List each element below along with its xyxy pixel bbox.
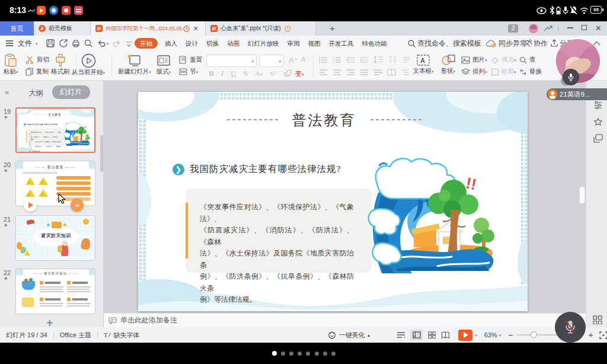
reset-button[interactable]: 重置	[179, 56, 202, 64]
redo-icon[interactable]	[113, 39, 121, 47]
missing-font[interactable]: 缺失字体	[113, 331, 139, 340]
new-slide-button[interactable]: 新建幻灯片▾	[116, 53, 153, 76]
sidebar-scrollbar[interactable]	[100, 135, 103, 172]
bullets-icon[interactable]	[319, 56, 328, 63]
zoom-in-button[interactable]: +	[589, 330, 593, 340]
align-right-icon[interactable]	[346, 69, 355, 76]
case-change-button[interactable]: 变▾	[295, 69, 304, 78]
decrease-font-button[interactable]: A⁻	[301, 56, 309, 63]
tab-insert[interactable]: 插入	[165, 36, 177, 51]
outline-button[interactable]: 轮廓▾	[491, 68, 516, 76]
copy-button[interactable]: 复制	[25, 68, 49, 76]
picture-button[interactable]: 图片▾	[461, 56, 487, 64]
zoom-slider-knob[interactable]	[531, 331, 537, 338]
undo-chevron[interactable]: ▾	[107, 41, 109, 46]
strikethrough-button[interactable]: S	[243, 69, 247, 78]
tab-animation[interactable]: 动画	[227, 36, 239, 51]
history-clock-icon[interactable]	[183, 25, 190, 32]
mic-muted-button[interactable]	[555, 312, 586, 343]
tab-design[interactable]: 设计	[186, 36, 198, 51]
section-button[interactable]: 节▾	[179, 68, 198, 76]
play-slide-button[interactable]	[24, 199, 37, 212]
decrease-indent-icon[interactable]	[346, 56, 355, 63]
replace-button[interactable]: 替换	[519, 68, 542, 76]
increase-font-button[interactable]: A⁺	[289, 56, 298, 65]
slide-question[interactable]: ❯ 我国防灾减灾主要有哪些法律法规?	[24, 123, 58, 126]
slide-22-thumbnail[interactable]: — — 避灾防灾知识 — —	[15, 269, 95, 314]
reading-view-icon[interactable]	[441, 331, 449, 339]
outline-tab[interactable]: 大纲	[28, 88, 43, 98]
output-icon[interactable]	[59, 39, 68, 47]
grid-view-icon[interactable]	[593, 315, 602, 324]
indent-marks-icon[interactable]	[401, 69, 410, 76]
italic-button[interactable]: I	[221, 69, 223, 78]
collapse-panel-icon[interactable]: «	[5, 88, 9, 97]
columns-icon[interactable]	[388, 56, 397, 63]
tab-count-badge[interactable]: 2	[508, 24, 518, 33]
undo-icon[interactable]	[97, 39, 106, 47]
font-name-select[interactable]: ▾	[206, 55, 257, 67]
sync-status[interactable]: 同步异常	[499, 36, 527, 51]
font-color-button[interactable]: A▾	[255, 69, 263, 78]
minimize-button[interactable]	[567, 27, 573, 28]
tab-slideshow[interactable]: 幻灯片放映	[248, 36, 279, 51]
distribute-icon[interactable]	[373, 69, 382, 76]
document-tab-active[interactable]: P 外国语学院第十一周...024.05.05 ✕	[91, 21, 206, 36]
collab-label[interactable]: 协作	[533, 36, 548, 51]
slide-title[interactable]: 普法教育	[17, 113, 95, 117]
normal-view-button[interactable]	[410, 330, 423, 340]
layout-button[interactable]: 版式▾	[152, 53, 175, 76]
fit-screen-icon[interactable]	[599, 331, 607, 339]
underline-button[interactable]: U	[231, 69, 236, 78]
cut-button[interactable]: 剪切	[25, 56, 49, 64]
bold-button[interactable]: B	[209, 69, 214, 78]
justify-icon[interactable]	[360, 69, 369, 76]
superscript-button[interactable]: x²	[270, 69, 276, 78]
zoom-level[interactable]: 63%	[484, 331, 497, 339]
tab-devtools[interactable]: 开发工具	[329, 36, 354, 51]
fill-button[interactable]: 填充▾	[491, 56, 516, 64]
zoom-out-button[interactable]: −	[508, 330, 513, 340]
add-slide-quick-button[interactable]: +	[71, 199, 84, 212]
slides-tab[interactable]: 幻灯片	[52, 85, 90, 99]
line-spacing-icon[interactable]	[373, 56, 384, 63]
close-tab-icon[interactable]: ✕	[193, 25, 198, 33]
preview-icon[interactable]	[84, 39, 92, 47]
properties-sliders-icon[interactable]	[593, 101, 603, 110]
animation-panes-icon[interactable]	[593, 134, 603, 143]
slide-text-box[interactable]: 《突发事件应对法》、《环境保护法》、《气象法》、 《防震减灾法》、《消防法》、《…	[26, 128, 65, 145]
slide-canvas[interactable]: 普法教育 ❯ 我国防灾减灾主要有哪些法律法规? 《突发事件应对法》、《环境保护法…	[138, 92, 528, 311]
notes-toggle-icon[interactable]	[397, 331, 405, 339]
clear-format-icon[interactable]	[285, 70, 293, 78]
zoom-chevron[interactable]: ▾	[499, 333, 501, 337]
star-effects-icon[interactable]	[593, 117, 603, 127]
beautify-button[interactable]: 一键美化 ▲	[328, 331, 370, 340]
tab-review[interactable]: 审阅	[287, 36, 300, 51]
slide-title[interactable]: 普法教育	[138, 111, 519, 130]
maximize-button[interactable]	[582, 25, 587, 30]
history-clock-icon[interactable]	[285, 25, 291, 32]
align-left-icon[interactable]	[319, 69, 328, 76]
slideshow-play-button[interactable]	[458, 330, 473, 341]
tab-home[interactable]: 开始	[135, 38, 158, 49]
command-search-input[interactable]: 查找命令、搜索模板	[417, 36, 481, 51]
slide-text-box[interactable]: 《突发事件应对法》、《环境保护法》、《气象法》、 《防震减灾法》、《消防法》、《…	[186, 189, 372, 273]
slide-21-thumbnail[interactable]: 避灾防灾知识	[15, 215, 95, 261]
print-icon[interactable]	[72, 39, 80, 47]
slide-19-thumbnail[interactable]: 普法教育 ❯ 我国防灾减灾主要有哪些法律法规? 《突发事件应对法》、《环境保护法…	[15, 107, 95, 153]
tab-view[interactable]: 视图	[308, 36, 321, 51]
file-menu[interactable]: 文件	[18, 36, 32, 51]
increase-indent-icon[interactable]	[360, 56, 369, 63]
notes-bar[interactable]: 单击此处添加备注	[104, 313, 586, 327]
share-skew-icon[interactable]	[544, 25, 552, 32]
save-icon[interactable]	[46, 39, 55, 47]
hamburger-icon[interactable]	[5, 40, 14, 47]
tab-features[interactable]: 特色功能	[362, 36, 387, 51]
numbering-icon[interactable]: 12	[333, 56, 341, 63]
account-avatar[interactable]	[529, 24, 538, 33]
find-button[interactable]: 查	[519, 56, 536, 64]
slide-sorter-icon[interactable]	[428, 331, 436, 339]
text-direction-icon[interactable]	[402, 56, 411, 63]
close-window-button[interactable]: ✕	[595, 24, 602, 33]
play-from-current-button[interactable]: 从当前开始▾	[67, 53, 110, 76]
